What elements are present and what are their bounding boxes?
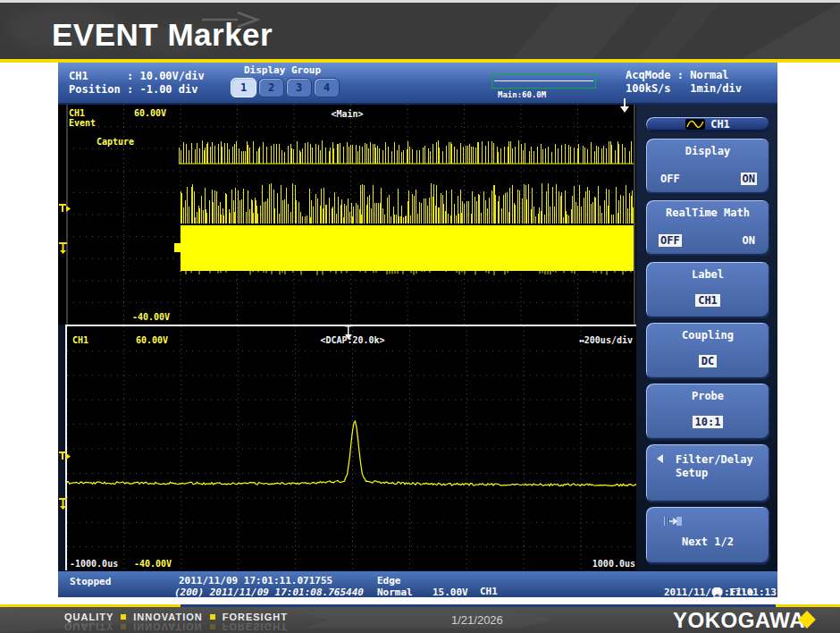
display-group-button-3[interactable]: 3	[286, 78, 312, 97]
zoom-position-arrow-icon	[618, 98, 631, 114]
footer-arrow-decoration	[304, 607, 554, 633]
zoom-waveform-plot	[67, 326, 638, 571]
label-button[interactable]: Label CH1	[645, 261, 770, 319]
filter-delay-line2: Setup	[676, 467, 753, 480]
main-window-title: <Main>	[58, 109, 636, 119]
realtime-math-label: RealTime Math	[646, 207, 769, 219]
tagline-foresight: FORESIGHT	[223, 612, 288, 622]
trigger-mode: Normal	[377, 587, 413, 597]
banner-corner-decoration	[742, 3, 840, 59]
oscilloscope-screen: CH1 : 10.00V/div Position : -1.00 div Di…	[58, 63, 777, 597]
realtime-math-off-option[interactable]: OFF	[659, 234, 682, 247]
trigger-level: 15.00V	[433, 587, 468, 597]
next-page-label: Next 1/2	[646, 536, 769, 548]
label-label: Label	[646, 268, 769, 281]
realtime-math-on-option[interactable]: ON	[741, 234, 757, 247]
display-label: Display	[646, 145, 769, 157]
tagline-quality: QUALITY	[64, 612, 113, 622]
main-waveform-plot	[58, 105, 636, 325]
slide-date: 1/21/2026	[451, 613, 503, 627]
overview-label: Main:60.0M	[498, 90, 546, 99]
trigger-point-marker-icon	[342, 325, 355, 342]
scope-header-bar: CH1 : 10.00V/div Position : -1.00 div Di…	[58, 63, 777, 105]
yellow-square-icon	[121, 614, 126, 620]
next-page-icon	[664, 515, 684, 527]
trigger-level-marker-icon	[59, 451, 71, 463]
slide-footer: QUALITYINNOVATIONFORESIGHT QUALITYINNOVA…	[0, 607, 840, 633]
next-page-button[interactable]: Next 1/2	[645, 506, 770, 565]
zoom-bottom-scale: -40.00V	[134, 559, 172, 569]
coupling-value: DC	[699, 355, 717, 367]
overview-trace	[494, 80, 593, 81]
display-off-option[interactable]: OFF	[659, 173, 682, 185]
display-group-button-2[interactable]: 2	[258, 78, 284, 97]
main-waveform-window: CH1 Event 60.00V <Main> Capture -40.00V	[58, 105, 636, 325]
company-tagline-reflection: QUALITYINNOVATIONFORESIGHT	[64, 622, 288, 632]
coupling-label: Coupling	[646, 329, 769, 342]
record-timestamp: (200) 2011/11/09 17:01:08.765440	[174, 587, 364, 597]
zoom-right-time: 1000.0us	[592, 559, 635, 569]
display-group-label: Display Group	[231, 64, 334, 76]
main-bottom-scale: -40.00V	[132, 312, 170, 322]
zoom-left-time: -1000.0us	[70, 559, 118, 569]
waveform-icon	[685, 119, 705, 130]
display-on-option[interactable]: ON	[741, 173, 757, 185]
display-group-button-1[interactable]: 1	[231, 78, 256, 97]
menu-header-label: CH1	[710, 118, 730, 131]
capture-label: Capture	[97, 137, 134, 147]
display-group-button-4[interactable]: 4	[314, 78, 340, 97]
status-bar: Stopped 2011/11/09 17:01:11.071755 (200)…	[58, 570, 777, 597]
zoom-timebase: ↔200us/div	[579, 335, 633, 345]
filter-delay-setup-button[interactable]: Filter/Delay Setup	[645, 443, 770, 503]
title-banner: EVENT Marker	[0, 3, 840, 59]
coupling-button[interactable]: Coupling DC	[645, 322, 770, 380]
banner-diagonal-decoration	[638, 3, 721, 59]
yellow-square-icon	[210, 614, 215, 620]
acquisition-overview-box	[491, 73, 596, 89]
acquisition-mode-readout: AcqMode : Normal 100kS/s 1min/div	[626, 69, 742, 96]
channel-position-marker-icon	[59, 242, 71, 255]
brand-logo: YOKOGAWA	[673, 608, 805, 633]
menu-header-ch1: CH1	[645, 116, 770, 132]
channel-position-marker-icon	[59, 498, 71, 511]
probe-label: Probe	[646, 390, 769, 402]
display-group-buttons: 1 2 3 4	[231, 78, 340, 97]
main-event-label: Event	[69, 118, 96, 128]
label-value: CH1	[695, 294, 720, 307]
page-title: EVENT Marker	[52, 17, 273, 53]
banner-diagonal-decoration	[513, 3, 641, 59]
probe-button[interactable]: Probe 10:1	[645, 383, 770, 441]
filter-delay-line1: Filter/Delay	[676, 453, 753, 467]
display-button[interactable]: Display OFF ON	[645, 138, 770, 195]
run-state: Stopped	[70, 576, 111, 587]
company-tagline: QUALITYINNOVATIONFORESIGHT	[64, 612, 288, 622]
trigger-timestamp: 2011/11/09 17:01:11.071755	[179, 575, 332, 587]
submenu-left-arrow-icon	[657, 454, 663, 463]
tagline-innovation: INNOVATION	[133, 612, 202, 622]
system-time: 2011/11/09 17:01:13	[664, 587, 777, 597]
realtime-math-button[interactable]: RealTime Math OFF ON	[645, 199, 770, 257]
trigger-time-marker-icon	[59, 203, 71, 215]
channel-scale-readout: CH1 : 10.00V/div Position : -1.00 div	[69, 70, 205, 97]
presentation-slide: EVENT Marker CH1 : 10.00V/div Position :…	[0, 0, 840, 633]
zoom-waveform-window: CH1 60.00V <DCAP:20.0k> ↔200us/div -1000…	[65, 325, 640, 573]
probe-value: 10:1	[693, 416, 724, 428]
trigger-type: Edge	[377, 575, 401, 587]
